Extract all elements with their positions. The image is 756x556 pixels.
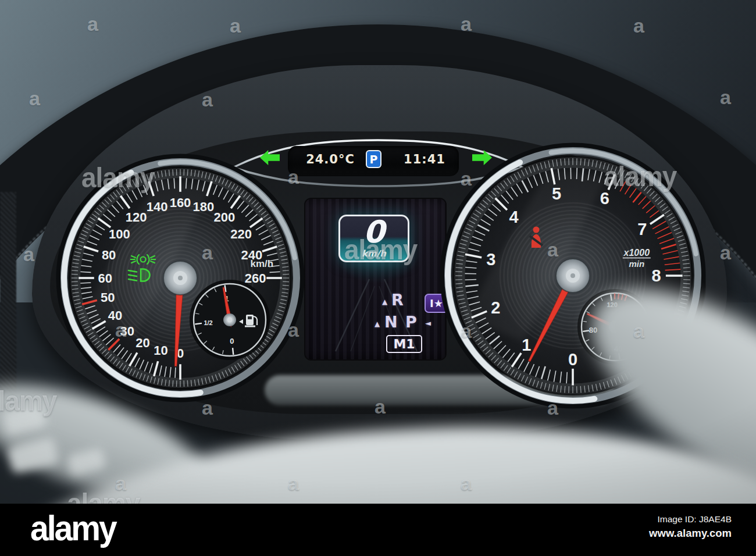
alamy-url-text: www.alamy.com bbox=[649, 527, 732, 540]
gear-neutral: N bbox=[384, 313, 398, 331]
svg-text:0: 0 bbox=[568, 350, 577, 369]
digital-speed-value: 0 bbox=[340, 215, 408, 250]
svg-text:7: 7 bbox=[637, 220, 647, 238]
multifunction-display: 0 km/h ▲ R ▲ N P ◄ M1 I★ bbox=[304, 198, 447, 361]
gear-park: P bbox=[405, 313, 417, 331]
park-indicator-badge: P bbox=[366, 150, 381, 168]
gear-reverse: R bbox=[391, 291, 404, 309]
digital-speed-unit: km/h bbox=[340, 248, 408, 259]
stock-photo-car-instrument-cluster: 24.0°C P 11:41 0 km/h ▲ R ▲ N P ◄ M1 I★ … bbox=[0, 0, 756, 556]
low-beam-headlight-icon bbox=[127, 268, 154, 283]
drive-mode-indicator: M1 bbox=[386, 335, 422, 353]
svg-text:0: 0 bbox=[230, 337, 234, 345]
position-lights-icon bbox=[130, 252, 156, 266]
gear-left-arrow-icon: ◄ bbox=[425, 319, 431, 327]
svg-text:1/2: 1/2 bbox=[204, 319, 212, 326]
outside-temperature: 24.0°C bbox=[301, 152, 359, 166]
image-id-text: Image ID: J8AE4B bbox=[649, 514, 732, 525]
svg-text:8: 8 bbox=[651, 266, 661, 285]
fuel-pump-icon bbox=[238, 312, 259, 329]
alamy-logo: alamy bbox=[30, 507, 116, 548]
stock-photo-footer-bar: alamy Image ID: J8AE4B www.alamy.com bbox=[0, 504, 756, 556]
gear-up-arrow-icon: ▲ bbox=[375, 320, 380, 328]
seatbelt-warning-icon bbox=[528, 226, 544, 249]
svg-text:3: 3 bbox=[486, 250, 495, 269]
speedometer-gauge: 0102030405060801001201401601802002202402… bbox=[52, 150, 308, 406]
gear-up-arrow-icon: ▲ bbox=[382, 298, 387, 306]
digital-speed-sign: 0 km/h bbox=[338, 215, 409, 262]
